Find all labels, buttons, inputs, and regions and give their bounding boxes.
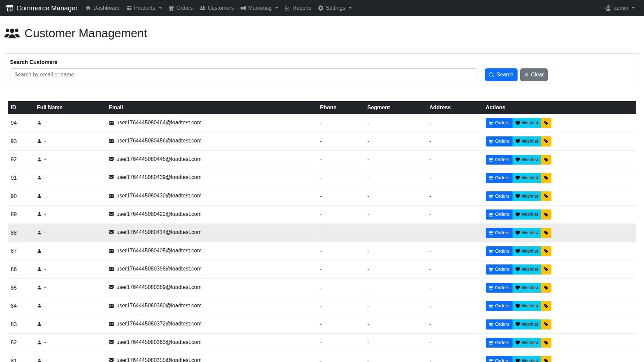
tag-button[interactable] xyxy=(541,155,551,165)
search-panel: Search Customers Search Clear xyxy=(4,53,640,87)
person-icon xyxy=(37,175,42,180)
row-actions-group: Orders Wishlist xyxy=(486,283,551,293)
tag-button[interactable] xyxy=(541,228,551,238)
row-actions-group: Orders Wishlist xyxy=(486,136,551,146)
row-actions-group: Orders Wishlist xyxy=(486,228,551,238)
customer-email-cell: user1764445080448@loadtest.com xyxy=(106,150,317,169)
wishlist-button[interactable]: Wishlist xyxy=(513,136,541,146)
tag-button[interactable] xyxy=(541,338,551,348)
customer-email-cell: user1764445080464@loadtest.com xyxy=(106,114,317,132)
orders-button[interactable]: Orders xyxy=(486,246,513,256)
nav-item-dashboard[interactable]: Dashboard xyxy=(82,2,123,14)
customer-address: - xyxy=(427,242,483,260)
wishlist-button[interactable]: Wishlist xyxy=(513,264,541,275)
customer-email: user1764445080439@loadtest.com xyxy=(116,174,202,180)
tag-button[interactable] xyxy=(541,301,551,311)
tag-icon xyxy=(544,231,548,235)
wishlist-button[interactable]: Wishlist xyxy=(513,283,541,293)
search-input[interactable] xyxy=(10,68,477,81)
tag-button[interactable] xyxy=(541,246,551,256)
customer-id: 81 xyxy=(8,352,34,362)
customer-id: 85 xyxy=(8,279,34,297)
customer-actions-cell: Orders Wishlist xyxy=(483,132,636,150)
customer-phone: - xyxy=(317,352,365,362)
wishlist-button[interactable]: Wishlist xyxy=(513,319,541,329)
search-button[interactable]: Search xyxy=(485,68,518,81)
wishlist-button[interactable]: Wishlist xyxy=(513,228,541,238)
person-icon xyxy=(37,138,42,143)
wishlist-button[interactable]: Wishlist xyxy=(513,301,541,311)
customer-name: - xyxy=(44,248,46,254)
orders-button[interactable]: Orders xyxy=(486,283,513,293)
tag-button[interactable] xyxy=(541,173,551,183)
orders-button[interactable]: Orders xyxy=(486,264,513,275)
nav-item-settings[interactable]: Settings xyxy=(315,2,355,14)
nav-item-customers[interactable]: Customers xyxy=(196,2,237,14)
customer-email: user1764445080389@loadtest.com xyxy=(116,284,202,290)
clear-button[interactable]: Clear xyxy=(520,68,548,81)
customer-id: 87 xyxy=(8,242,34,260)
heart-icon xyxy=(516,341,520,345)
customer-actions-cell: Orders Wishlist xyxy=(483,114,636,132)
orders-button[interactable]: Orders xyxy=(486,155,513,165)
orders-button[interactable]: Orders xyxy=(486,356,513,362)
wishlist-button[interactable]: Wishlist xyxy=(513,173,541,183)
orders-button[interactable]: Orders xyxy=(486,136,513,146)
tag-button[interactable] xyxy=(541,136,551,146)
wishlist-button[interactable]: Wishlist xyxy=(513,118,541,128)
orders-button[interactable]: Orders xyxy=(486,319,513,329)
orders-button[interactable]: Orders xyxy=(486,338,513,348)
table-row: 91 - user1764445080439@loadtest.com - - … xyxy=(8,169,636,187)
nav-item-products[interactable]: Products xyxy=(123,2,165,14)
customer-email: user1764445080414@loadtest.com xyxy=(116,229,202,235)
tag-button[interactable] xyxy=(541,283,551,293)
table-row: 92 - user1764445080448@loadtest.com - - … xyxy=(8,150,636,169)
customer-actions-cell: Orders Wishlist xyxy=(483,150,636,169)
customer-id: 90 xyxy=(8,187,34,205)
customer-name-cell: - xyxy=(34,352,106,362)
tag-button[interactable] xyxy=(541,264,551,275)
tag-button[interactable] xyxy=(541,118,551,128)
orders-button[interactable]: Orders xyxy=(486,209,513,220)
tag-icon xyxy=(544,158,548,162)
customer-table-body: 94 - user1764445080464@loadtest.com - - … xyxy=(8,114,636,362)
wishlist-button[interactable]: Wishlist xyxy=(513,246,541,256)
chevron-down-icon xyxy=(632,7,635,9)
chevron-down-icon xyxy=(159,7,162,9)
user-menu[interactable]: admin xyxy=(602,2,638,14)
wishlist-button[interactable]: Wishlist xyxy=(513,155,541,165)
tag-button[interactable] xyxy=(541,191,551,201)
tag-icon xyxy=(544,322,548,326)
heart-icon xyxy=(516,267,520,272)
customer-address: - xyxy=(427,150,483,169)
table-row: 89 - user1764445080422@loadtest.com - - … xyxy=(8,205,636,224)
nav-item-reports[interactable]: Reports xyxy=(281,2,315,14)
brand[interactable]: Commerce Manager xyxy=(6,4,77,12)
orders-button[interactable]: Orders xyxy=(486,191,513,201)
orders-button[interactable]: Orders xyxy=(486,118,513,128)
table-row: 88 - user1764445080414@loadtest.com - - … xyxy=(8,224,636,242)
brand-label: Commerce Manager xyxy=(16,4,77,12)
orders-button[interactable]: Orders xyxy=(486,173,513,183)
customer-name-cell: - xyxy=(34,279,106,297)
top-navbar: Commerce Manager Dashboard Products Orde… xyxy=(0,0,644,16)
wishlist-button[interactable]: Wishlist xyxy=(513,209,541,220)
nav-item-orders[interactable]: Orders xyxy=(165,2,196,14)
customer-id: 89 xyxy=(8,205,34,224)
heart-icon xyxy=(516,304,520,308)
orders-button[interactable]: Orders xyxy=(486,228,513,238)
customer-table: ID Full Name Email Phone Segment Address… xyxy=(8,101,636,362)
tag-button[interactable] xyxy=(541,319,551,329)
wishlist-button[interactable]: Wishlist xyxy=(513,191,541,201)
customer-segment: - xyxy=(365,297,427,315)
wishlist-button[interactable]: Wishlist xyxy=(513,338,541,348)
customer-address: - xyxy=(427,132,483,150)
person-icon xyxy=(37,212,42,217)
heart-icon xyxy=(516,139,520,143)
nav-item-marketing[interactable]: Marketing xyxy=(237,2,281,14)
customer-phone: - xyxy=(317,205,365,224)
orders-button[interactable]: Orders xyxy=(486,301,513,311)
wishlist-button[interactable]: Wishlist xyxy=(513,356,541,362)
tag-button[interactable] xyxy=(541,209,551,220)
tag-button[interactable] xyxy=(541,356,551,362)
